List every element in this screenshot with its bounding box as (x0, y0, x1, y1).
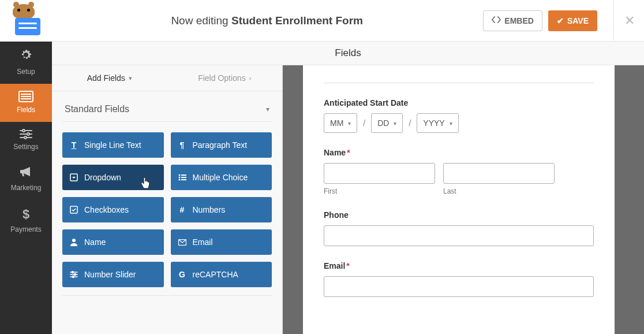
sliders-h-icon (69, 271, 78, 278)
svg-point-7 (27, 133, 29, 135)
svg-point-11 (178, 175, 180, 176)
field-multiple-choice[interactable]: Multiple Choice (171, 165, 272, 190)
date-separator: / (409, 118, 411, 128)
month-select[interactable]: MM ▾ (324, 113, 357, 133)
field-single-line-text[interactable]: T Single Line Text (62, 132, 164, 158)
tab-add-fields[interactable]: Add Fields ▾ (52, 65, 167, 91)
tab-field-options[interactable]: Field Options › (167, 65, 283, 91)
panel-title: Fields (52, 42, 644, 65)
svg-rect-2 (21, 96, 31, 97)
fields-scroll[interactable]: Standard Fields ▾ T Single Line Text ¶ P… (52, 91, 282, 334)
phone-input[interactable] (324, 225, 594, 246)
field-email-group[interactable]: Email* (324, 261, 594, 297)
field-label: Number Slider (84, 270, 136, 279)
first-name-input[interactable] (324, 163, 435, 184)
field-recaptcha[interactable]: G reCAPTCHA (171, 262, 272, 287)
month-value: MM (330, 118, 343, 128)
svg-point-25 (73, 276, 74, 278)
field-label: Paragraph Text (193, 140, 248, 150)
field-number-slider[interactable]: Number Slider (62, 262, 164, 287)
svg-rect-14 (181, 177, 186, 178)
field-numbers[interactable]: # Numbers (171, 197, 272, 222)
sidebar: Setup Fields Settings Marketing $ Paymen… (0, 42, 52, 334)
svg-point-18 (72, 239, 76, 242)
close-button[interactable]: ✕ (613, 0, 635, 42)
preview-area: Anticipated Start Date MM ▾ / DD ▾ (283, 65, 644, 334)
date-separator: / (363, 118, 365, 128)
svg-rect-16 (181, 179, 186, 180)
hash-icon: # (178, 205, 187, 214)
start-date-label: Anticipated Start Date (324, 98, 594, 107)
svg-point-15 (178, 179, 180, 181)
standard-fields-label: Standard Fields (65, 104, 129, 114)
day-select[interactable]: DD ▾ (371, 113, 403, 133)
sidebar-label-payments: Payments (10, 225, 41, 233)
svg-rect-12 (181, 175, 186, 176)
user-icon (69, 238, 78, 246)
field-label: Multiple Choice (193, 173, 248, 182)
check-icon: ✔ (557, 16, 564, 25)
sidebar-item-payments[interactable]: $ Payments (0, 200, 52, 242)
field-email[interactable]: Email (171, 229, 272, 255)
envelope-icon (178, 239, 187, 246)
field-label: Email (193, 237, 213, 247)
email-input[interactable] (324, 276, 594, 297)
required-mark: * (346, 261, 349, 270)
caret-square-icon (69, 173, 78, 181)
topbar: Now editing Student Enrollment Form EMBE… (0, 0, 644, 42)
check-square-icon (69, 206, 78, 214)
chevron-right-icon: › (249, 75, 252, 81)
field-start-date[interactable]: Anticipated Start Date MM ▾ / DD ▾ (324, 98, 594, 133)
divider (324, 83, 594, 83)
app-logo[interactable] (9, 6, 44, 35)
field-label: Numbers (193, 205, 226, 214)
chevron-down-icon: ▾ (450, 120, 452, 127)
embed-button[interactable]: EMBED (483, 10, 542, 31)
panel-tabs: Add Fields ▾ Field Options › (52, 65, 282, 91)
save-button[interactable]: ✔ SAVE (548, 10, 597, 31)
sidebar-label-setup: Setup (17, 68, 35, 76)
tab-field-options-label: Field Options (198, 73, 245, 83)
field-name[interactable]: Name (62, 229, 164, 255)
chevron-down-icon: ▾ (394, 120, 396, 127)
tab-add-fields-label: Add Fields (87, 73, 125, 83)
name-label: Name* (324, 148, 594, 157)
year-value: YYYY (423, 118, 444, 128)
gear-icon (2, 49, 50, 64)
sidebar-label-marketing: Marketing (11, 184, 42, 192)
form-preview[interactable]: Anticipated Start Date MM ▾ / DD ▾ (303, 65, 615, 334)
field-dropdown[interactable]: Dropdown (62, 165, 164, 190)
google-icon: G (178, 270, 187, 279)
chevron-down-icon: ▾ (266, 105, 269, 113)
editing-title: Now editing Student Enrollment Form (51, 14, 483, 27)
last-name-input[interactable] (443, 163, 555, 184)
standard-fields-heading[interactable]: Standard Fields ▾ (62, 102, 272, 122)
sliders-icon (2, 129, 50, 139)
field-phone-group[interactable]: Phone (324, 210, 594, 246)
field-name-group[interactable]: Name* First Last (324, 148, 594, 195)
sidebar-item-settings[interactable]: Settings (0, 122, 52, 159)
sidebar-item-fields[interactable]: Fields (0, 84, 52, 122)
sidebar-item-marketing[interactable]: Marketing (0, 159, 52, 200)
svg-rect-1 (21, 94, 31, 95)
sidebar-label-settings: Settings (13, 143, 38, 151)
chevron-down-icon: ▾ (348, 120, 351, 127)
svg-point-9 (24, 136, 27, 139)
save-label: SAVE (567, 16, 589, 25)
builder-panel: Add Fields ▾ Field Options › Standard Fi… (52, 65, 283, 334)
dollar-icon: $ (2, 207, 50, 222)
field-grid: T Single Line Text ¶ Paragraph Text Drop… (62, 132, 272, 296)
year-select[interactable]: YYYY ▾ (417, 113, 458, 133)
form-name: Student Enrollment Form (231, 14, 363, 27)
chevron-down-icon: ▾ (129, 75, 132, 82)
field-label: reCAPTCHA (193, 270, 238, 279)
sidebar-item-setup[interactable]: Setup (0, 42, 52, 84)
field-label: Checkboxes (84, 205, 129, 214)
field-paragraph-text[interactable]: ¶ Paragraph Text (171, 132, 272, 158)
svg-point-13 (178, 177, 180, 179)
first-sublabel: First (324, 187, 435, 195)
topbar-actions: EMBED ✔ SAVE ✕ (483, 0, 635, 42)
field-checkboxes[interactable]: Checkboxes (62, 197, 164, 222)
code-icon (492, 16, 501, 25)
list-icon (2, 91, 50, 102)
